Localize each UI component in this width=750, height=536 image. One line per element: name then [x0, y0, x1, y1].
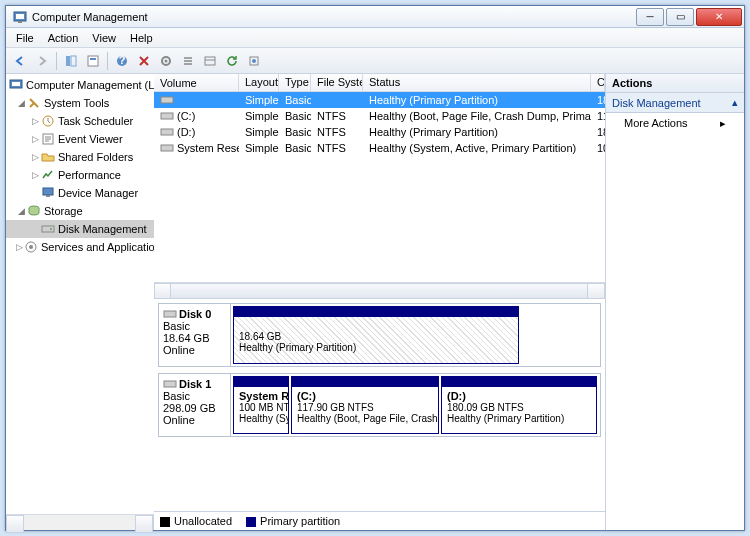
- toolbar: ?: [6, 48, 744, 74]
- col-volume[interactable]: Volume: [154, 74, 239, 91]
- disk-row[interactable]: Disk 0Basic18.64 GBOnline18.64 GBHealthy…: [158, 303, 601, 367]
- svg-point-22: [50, 228, 52, 230]
- help-button[interactable]: ?: [112, 51, 132, 71]
- tree-event-viewer[interactable]: ▷ Event Viewer: [6, 130, 154, 148]
- expand-icon[interactable]: ▷: [16, 242, 23, 252]
- legend: Unallocated Primary partition: [154, 511, 605, 530]
- legend-unallocated-swatch: [160, 517, 170, 527]
- rescan-button[interactable]: [244, 51, 264, 71]
- col-type[interactable]: Type: [279, 74, 311, 91]
- expand-icon[interactable]: ▷: [30, 116, 40, 126]
- menu-view[interactable]: View: [86, 30, 122, 46]
- drive-icon: [160, 94, 174, 106]
- expand-icon[interactable]: ▷: [30, 170, 40, 180]
- svg-rect-2: [18, 21, 22, 23]
- partition[interactable]: (C:)117.90 GB NTFSHealthy (Boot, Page Fi…: [291, 376, 439, 434]
- disk-icon: [163, 308, 177, 320]
- expand-icon[interactable]: ▷: [30, 134, 40, 144]
- delete-button[interactable]: [134, 51, 154, 71]
- svg-rect-21: [42, 226, 54, 232]
- settings-button[interactable]: [156, 51, 176, 71]
- col-layout[interactable]: Layout: [239, 74, 279, 91]
- actions-header: Actions: [606, 74, 744, 93]
- tree-task-scheduler[interactable]: ▷ Task Scheduler: [6, 112, 154, 130]
- storage-icon: [26, 203, 42, 219]
- disk-graphical-view: Disk 0Basic18.64 GBOnline18.64 GBHealthy…: [154, 298, 605, 511]
- clock-icon: [40, 113, 56, 129]
- drive-icon: [160, 110, 174, 122]
- svg-point-24: [29, 245, 33, 249]
- svg-rect-18: [43, 188, 53, 195]
- menu-file[interactable]: File: [10, 30, 40, 46]
- col-capacity[interactable]: C: [591, 74, 605, 91]
- tree-system-tools[interactable]: ◢ System Tools: [6, 94, 154, 112]
- disk-row[interactable]: Disk 1Basic298.09 GBOnlineSystem Res100 …: [158, 373, 601, 437]
- services-icon: [23, 239, 39, 255]
- computer-icon: [8, 77, 24, 93]
- menu-help[interactable]: Help: [124, 30, 159, 46]
- detail-view-button[interactable]: [200, 51, 220, 71]
- list-view-button[interactable]: [178, 51, 198, 71]
- svg-rect-4: [71, 56, 76, 66]
- device-icon: [40, 185, 56, 201]
- volume-row[interactable]: (D:)SimpleBasicNTFSHealthy (Primary Part…: [154, 124, 605, 140]
- svg-text:?: ?: [119, 54, 126, 66]
- tree-root[interactable]: Computer Management (Local: [6, 76, 154, 94]
- volume-list: Volume Layout Type File System Status C …: [154, 74, 605, 298]
- volume-row[interactable]: System ReservedSimpleBasicNTFSHealthy (S…: [154, 140, 605, 156]
- tree-disk-management[interactable]: Disk Management: [6, 220, 154, 238]
- partition[interactable]: (D:)180.09 GB NTFSHealthy (Primary Parti…: [441, 376, 597, 434]
- collapse-icon[interactable]: ◢: [16, 206, 26, 216]
- tree-services[interactable]: ▷ Services and Applications: [6, 238, 154, 256]
- event-icon: [40, 131, 56, 147]
- disk-icon: [163, 378, 177, 390]
- volume-row[interactable]: (C:)SimpleBasicNTFSHealthy (Boot, Page F…: [154, 108, 605, 124]
- volume-scrollbar[interactable]: [154, 282, 605, 298]
- col-status[interactable]: Status: [363, 74, 591, 91]
- svg-rect-3: [66, 56, 70, 66]
- minimize-button[interactable]: ─: [636, 8, 664, 26]
- svg-rect-26: [161, 113, 173, 119]
- chevron-right-icon: ▸: [720, 117, 726, 130]
- window: Computer Management ─ ▭ ✕ File Action Vi…: [5, 5, 745, 531]
- svg-rect-15: [12, 82, 20, 86]
- collapse-icon[interactable]: ◢: [16, 98, 26, 108]
- svg-point-10: [165, 59, 168, 62]
- volume-list-header[interactable]: Volume Layout Type File System Status C: [154, 74, 605, 92]
- back-button[interactable]: [10, 51, 30, 71]
- svg-rect-28: [161, 145, 173, 151]
- properties-button[interactable]: [83, 51, 103, 71]
- disk-icon: [40, 221, 56, 237]
- volume-row[interactable]: SimpleBasicHealthy (Primary Partition)18: [154, 92, 605, 108]
- tree-storage[interactable]: ◢ Storage: [6, 202, 154, 220]
- refresh-button[interactable]: [222, 51, 242, 71]
- tree-shared-folders[interactable]: ▷ Shared Folders: [6, 148, 154, 166]
- tree-performance[interactable]: ▷ Performance: [6, 166, 154, 184]
- tree-scrollbar[interactable]: [6, 514, 153, 530]
- folder-icon: [40, 149, 56, 165]
- svg-rect-5: [88, 56, 98, 66]
- actions-pane: Actions Disk Management ▴ More Actions ▸: [606, 74, 744, 530]
- svg-rect-27: [161, 129, 173, 135]
- drive-icon: [160, 126, 174, 138]
- forward-button[interactable]: [32, 51, 52, 71]
- svg-rect-30: [164, 381, 176, 387]
- navigation-tree[interactable]: Computer Management (Local ◢ System Tool…: [6, 74, 154, 514]
- expand-icon[interactable]: ▷: [30, 152, 40, 162]
- menu-action[interactable]: Action: [42, 30, 85, 46]
- collapse-arrow-icon: ▴: [732, 96, 738, 109]
- show-hide-tree-button[interactable]: [61, 51, 81, 71]
- action-more-actions[interactable]: More Actions ▸: [606, 113, 744, 134]
- titlebar[interactable]: Computer Management ─ ▭ ✕: [6, 6, 744, 28]
- tree-device-manager[interactable]: Device Manager: [6, 184, 154, 202]
- close-button[interactable]: ✕: [696, 8, 742, 26]
- svg-rect-6: [90, 58, 96, 60]
- disk-info: Disk 0Basic18.64 GBOnline: [159, 304, 231, 366]
- maximize-button[interactable]: ▭: [666, 8, 694, 26]
- col-filesystem[interactable]: File System: [311, 74, 363, 91]
- action-group-disk-management[interactable]: Disk Management ▴: [606, 93, 744, 113]
- window-title: Computer Management: [32, 11, 634, 23]
- partition[interactable]: 18.64 GBHealthy (Primary Partition): [233, 306, 519, 364]
- svg-rect-1: [16, 14, 24, 19]
- partition[interactable]: System Res100 MB NTFHealthy (Sys: [233, 376, 289, 434]
